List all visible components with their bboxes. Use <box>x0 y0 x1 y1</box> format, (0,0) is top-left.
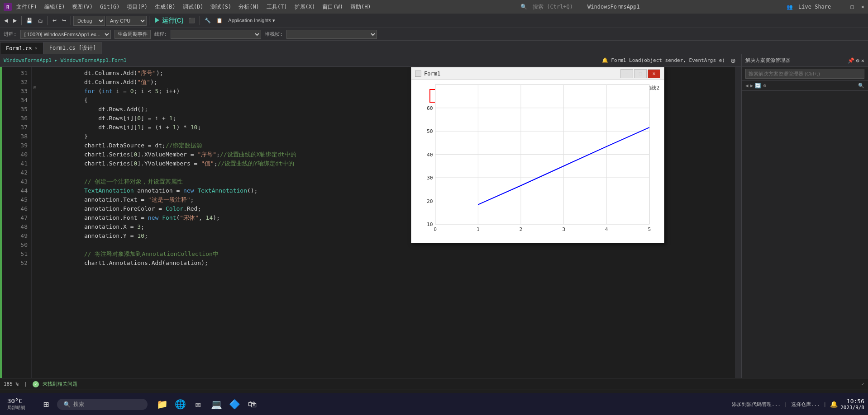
taskbar-vs-icon[interactable]: 🔷 <box>226 396 243 412</box>
editor-scrollbar[interactable] <box>735 67 741 415</box>
svg-text:60: 60 <box>427 105 433 111</box>
svg-text:4: 4 <box>605 226 608 232</box>
taskbar-pinned-apps: 📁 🌐 ✉ 💻 🔷 🛍 <box>154 396 261 412</box>
menu-build[interactable]: 生成(B) <box>152 2 178 12</box>
collapse-gutter: ⊟ <box>32 67 38 415</box>
weather-desc: 局部晴朗 <box>7 405 25 411</box>
taskbar-status-area: 添加到源代码管理... | 选择仓库... | 🔔 <box>732 401 838 408</box>
form1-maximize-btn[interactable]: □ <box>634 69 647 78</box>
taskbar-select-repo[interactable]: 选择仓库... <box>791 401 820 408</box>
tab-form1designer[interactable]: Form1.cs [设计] <box>43 42 102 54</box>
editor-file-context: WindowsFormsApp1 ▸ WindowsFormsApp1.Form… <box>4 57 127 63</box>
form1-minimize-btn[interactable]: — <box>620 69 633 78</box>
toolbar-misc-2[interactable]: 📋 <box>214 17 225 24</box>
stop-btn[interactable]: ⬛ <box>186 17 197 24</box>
stack-label: 堆栈帧: <box>265 31 283 38</box>
editor-class: WindowsFormsApp1.Form1 <box>61 57 127 63</box>
toolbar-sep-5 <box>200 16 200 25</box>
taskbar-mail-icon[interactable]: ✉ <box>190 396 206 412</box>
line-numbers: 31323334 35363738 39404142 43444546 4748… <box>9 67 32 415</box>
taskbar-sep2: | <box>823 401 826 407</box>
breakpoint-gutter <box>2 67 9 415</box>
sidebar-search-input[interactable] <box>745 69 864 79</box>
menu-project[interactable]: 项目(P) <box>124 2 150 12</box>
sidebar-search-icon[interactable]: 🔍 <box>858 83 864 89</box>
taskbar-add-code[interactable]: 添加到源代码管理... <box>732 401 781 408</box>
sidebar-nav-fwd[interactable]: ▶ <box>750 83 754 89</box>
menu-git[interactable]: Git(G) <box>97 3 122 11</box>
menu-debug[interactable]: 调试(D) <box>180 2 206 12</box>
svg-text:3: 3 <box>562 226 565 232</box>
search-placeholder[interactable]: 搜索 (Ctrl+Q) <box>533 3 573 11</box>
sidebar-settings-icon[interactable]: ⚙ <box>856 57 859 64</box>
taskbar-search-bar[interactable]: 🔍 搜索 <box>57 399 148 410</box>
menu-window[interactable]: 窗口(W) <box>320 2 346 12</box>
tab-form1cs-close[interactable]: ✕ <box>35 46 38 51</box>
lifecycle-btn[interactable]: 生命周期事件 <box>114 30 151 39</box>
toolbar-redo-btn[interactable]: ↪ <box>60 17 68 24</box>
toolbar-fwd-btn[interactable]: ▶ <box>11 17 19 24</box>
taskbar-notification-icon[interactable]: 🔔 <box>830 401 838 408</box>
live-share-label[interactable]: Live Share <box>798 4 831 10</box>
sidebar-tree <box>742 91 868 415</box>
sidebar-pin-icon[interactable]: 📌 <box>848 57 854 64</box>
taskbar-edge-icon[interactable]: 🌐 <box>172 396 188 412</box>
sidebar-refresh-icon[interactable]: 🔄 <box>755 83 761 89</box>
menu-analyze[interactable]: 分析(N) <box>236 2 262 12</box>
stack-dropdown[interactable] <box>286 30 377 39</box>
thread-label: 线程: <box>154 31 167 38</box>
editor-header: WindowsFormsApp1 ▸ WindowsFormsApp1.Form… <box>0 54 741 67</box>
sidebar-nav-back[interactable]: ◀ <box>745 83 749 89</box>
toolbar-misc-1[interactable]: 🔧 <box>202 17 213 24</box>
sidebar-search-area <box>742 67 868 81</box>
process-dropdown[interactable]: [ 10020] WindowsFormsApp1.ex... <box>20 30 111 39</box>
close-button[interactable]: ✕ <box>861 4 864 10</box>
zoom-sep: | <box>24 381 27 387</box>
run-button[interactable]: ▶ 运行(C) <box>152 16 186 26</box>
menu-tools[interactable]: 工具(T) <box>264 2 290 12</box>
menu-edit[interactable]: 编辑(E) <box>42 2 68 12</box>
chart-svg: 60 50 40 30 20 10 1 2 3 4 5 0 <box>411 80 664 243</box>
sidebar-action-icons: 📌 ⚙ ✕ <box>848 57 864 64</box>
cpu-dropdown[interactable]: Any CPU x86 x64 <box>106 16 147 26</box>
thread-dropdown[interactable] <box>171 30 261 39</box>
title-bar: R 文件(F) 编辑(E) 视图(V) Git(G) 项目(P) 生成(B) 调… <box>0 0 868 14</box>
title-bar-center: 🔍 搜索 (Ctrl+Q) WindowsFormsApp1 <box>520 3 640 11</box>
debug-mode-dropdown[interactable]: Debug Release <box>73 16 105 26</box>
toolbar-undo-btn[interactable]: ↩ <box>50 17 59 24</box>
menu-extensions[interactable]: 扩展(X) <box>292 2 318 12</box>
form1-title-left: Form1 <box>415 71 440 77</box>
toolbar-appinsights[interactable]: Application Insights ▾ <box>226 17 277 24</box>
main-toolbar: ◀ ▶ 💾 🗂 ↩ ↪ Debug Release Any CPU x86 x6… <box>0 14 868 28</box>
toolbar-sep-2 <box>48 16 48 25</box>
zoom-level[interactable]: 185 % <box>4 381 19 387</box>
tab-form1cs[interactable]: Form1.cs ✕ <box>0 42 43 54</box>
zoom-row: 185 % | ✓ 未找到相关问题 ✓ <box>0 378 868 390</box>
toolbar-save-all-btn[interactable]: 🗂 <box>36 17 45 24</box>
maximize-button[interactable]: □ <box>851 4 854 10</box>
form1-close-btn[interactable]: ✕ <box>648 69 660 78</box>
svg-text:2: 2 <box>520 226 523 232</box>
taskbar-search-label: 搜索 <box>73 401 84 408</box>
check-icon: ✓ <box>861 381 864 387</box>
sidebar-filter-icon[interactable]: ⚙ <box>763 83 766 89</box>
windows-start-button[interactable]: ⊞ <box>38 396 54 412</box>
title-bar-right: 👥 Live Share — □ ✕ <box>787 4 864 10</box>
menu-help[interactable]: 帮助(H) <box>348 2 374 12</box>
taskbar-store-icon[interactable]: 🛍 <box>244 396 261 412</box>
sidebar-close-icon[interactable]: ✕ <box>861 57 864 64</box>
menu-test[interactable]: 测试(S) <box>208 2 234 12</box>
sidebar-header: 解决方案资源管理器 📌 ⚙ ✕ <box>742 54 868 67</box>
minimize-button[interactable]: — <box>840 4 843 10</box>
menu-file[interactable]: 文件(F) <box>14 2 40 12</box>
toolbar-save-btn[interactable]: 💾 <box>24 17 35 24</box>
title-bar-left: R 文件(F) 编辑(E) 视图(V) Git(G) 项目(P) 生成(B) 调… <box>4 2 374 12</box>
code-line-51: // 将注释对象添加到AnnotationCollection中 <box>42 250 731 259</box>
menu-view[interactable]: 视图(V) <box>69 2 95 12</box>
form1-window-buttons: — □ ✕ <box>620 69 660 78</box>
taskbar-sep1: | <box>784 401 787 407</box>
toolbar-back-btn[interactable]: ◀ <box>2 17 10 24</box>
taskbar-explorer-icon[interactable]: 📁 <box>154 396 170 412</box>
editor-expand-btn[interactable]: ⊕ <box>729 57 738 64</box>
taskbar-vscode-icon[interactable]: 💻 <box>208 396 224 412</box>
